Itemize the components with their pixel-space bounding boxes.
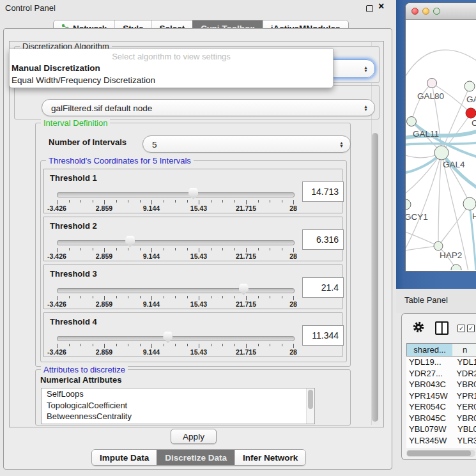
threshold-value-field[interactable]: 14.713 — [302, 181, 344, 202]
threshold-box: Threshold 3 -3.4262.8599.14415.4321.7152… — [43, 265, 342, 309]
slider-tick — [293, 296, 294, 300]
slider-tick — [116, 248, 117, 250]
attribute-list-item[interactable]: TopologicalCoefficient — [42, 400, 314, 411]
close-icon[interactable]: × — [378, 1, 384, 12]
list-scrollbar-thumb[interactable] — [308, 390, 313, 409]
close-traffic-light-icon[interactable] — [411, 8, 418, 15]
network-edge[interactable] — [438, 153, 441, 246]
split-columns-icon[interactable] — [435, 321, 449, 335]
algorithm-dropdown-popup: Select algorithm to view settings Manual… — [9, 49, 334, 88]
slider-thumb[interactable] — [163, 332, 173, 343]
table-row[interactable]: YBR043CYBR0 — [406, 379, 476, 390]
threshold-label: Threshold 1 — [50, 173, 97, 183]
slider-tick — [57, 248, 58, 252]
network-node-GCY1[interactable] — [406, 199, 411, 210]
number-of-intervals-combobox[interactable]: 5 ▲▼ — [142, 135, 351, 153]
select-rows-icon[interactable]: ✓ — [467, 325, 475, 332]
table-row[interactable]: YBL079WYBL0 — [406, 424, 476, 435]
cell-name: YBR0 — [452, 413, 476, 423]
network-edge-highlighted[interactable] — [441, 153, 476, 188]
threshold-label: Threshold 2 — [50, 221, 97, 231]
threshold-slider[interactable]: -3.4262.8599.14415.4321.71528 — [52, 282, 298, 309]
horizontal-scrollbar-thumb[interactable] — [407, 450, 471, 456]
table-row[interactable]: YIL053CYIL0 — [406, 446, 476, 448]
slider-tick — [104, 200, 105, 204]
float-window-icon[interactable] — [366, 5, 373, 12]
table-row[interactable]: YBR045CYBR0 — [406, 413, 476, 424]
table-row[interactable]: YPR145WYPR1 — [406, 390, 476, 402]
slider-tick — [246, 200, 247, 204]
network-node-GAL80[interactable] — [427, 79, 437, 88]
column-header-shared-name[interactable]: shared... — [406, 343, 453, 357]
threshold-slider[interactable]: -3.4262.8599.14415.4321.71528 — [52, 186, 298, 213]
network-edge[interactable] — [411, 83, 432, 121]
slider-tick — [151, 248, 152, 252]
tab-discretize-data[interactable]: Discretize Data — [157, 450, 234, 465]
list-scrollbar-track[interactable] — [306, 388, 314, 424]
attribute-list-item[interactable]: SelfLoops — [42, 388, 314, 400]
dropdown-option[interactable]: Manual Discretization — [10, 63, 333, 75]
network-edge[interactable] — [438, 204, 470, 246]
slider-track[interactable] — [57, 288, 295, 293]
number-of-intervals-label: Number of Intervals — [49, 137, 127, 147]
cell-name: YIL0 — [454, 447, 476, 448]
slider-track[interactable] — [57, 336, 295, 341]
apply-button[interactable]: Apply — [171, 429, 217, 444]
threshold-slider[interactable]: -3.4262.8599.14415.4321.71528 — [52, 234, 298, 261]
slider-tick — [140, 344, 141, 346]
threshold-value-field[interactable]: 11.344 — [302, 325, 344, 346]
slider-thumb[interactable] — [125, 236, 135, 247]
numerical-attributes-list[interactable]: SelfLoopsTopologicalCoefficientBetweenne… — [41, 388, 315, 424]
slider-tick — [69, 296, 70, 298]
horizontal-scrollbar-track[interactable] — [406, 450, 475, 457]
interval-definition-group: Interval Definition Number of Intervals … — [35, 123, 351, 367]
network-node-HAP2[interactable] — [434, 242, 443, 250]
network-node-node-red[interactable] — [466, 108, 476, 118]
zoom-traffic-light-icon[interactable] — [433, 8, 440, 15]
network-node-node-right-mid[interactable] — [463, 197, 476, 210]
column-header-name[interactable]: n — [452, 343, 476, 357]
slider-tick — [175, 296, 176, 298]
slider-track[interactable] — [57, 240, 295, 245]
cell-name: YLR3 — [452, 436, 476, 445]
threshold-slider[interactable]: -3.4262.8599.14415.4321.71528 — [52, 330, 298, 357]
threshold-value-field[interactable]: 21.4 — [302, 277, 344, 298]
network-node-GAL11[interactable] — [407, 117, 417, 127]
window-titlebar[interactable] — [406, 3, 476, 20]
vertical-scrollbar-thumb[interactable] — [372, 133, 378, 422]
table-row[interactable]: YDR27...YDR2 — [406, 368, 476, 380]
slider-thumb[interactable] — [239, 284, 249, 295]
network-edge[interactable] — [406, 50, 476, 82]
slider-tick-label: 28 — [289, 252, 297, 260]
slider-tick — [270, 200, 270, 203]
network-edge[interactable] — [406, 246, 438, 251]
settings-gear-icon[interactable] — [412, 321, 425, 334]
table-row[interactable]: YDL19...YDL1 — [406, 357, 476, 368]
cell-shared-name: YER054C — [406, 402, 452, 411]
slider-thumb[interactable] — [188, 188, 198, 199]
table-row[interactable]: YER054CYER0 — [406, 401, 476, 413]
network-node-node-top-right[interactable] — [464, 81, 475, 91]
tab-infer-network[interactable]: Infer Network — [234, 450, 305, 465]
threshold-label: Threshold 3 — [50, 269, 97, 279]
select-columns-icon[interactable]: ✓ — [457, 325, 465, 332]
network-graph[interactable]: GAL80GACGAL11GAL4GCY1HHAP2 — [406, 20, 476, 270]
network-edge-highlighted[interactable] — [406, 142, 476, 145]
tab-impute-data[interactable]: Impute Data — [92, 450, 157, 465]
dropdown-option[interactable]: Equal Width/Frequency Discretization — [10, 75, 333, 87]
threshold-value-field[interactable]: 6.316 — [302, 229, 344, 250]
slider-tick — [293, 248, 294, 252]
network-canvas[interactable]: GAL80GACGAL11GAL4GCY1HHAP2 — [406, 20, 476, 270]
attribute-list-item[interactable]: BetweennessCentrality — [42, 411, 314, 422]
minimize-traffic-light-icon[interactable] — [422, 8, 429, 15]
dropdown-placeholder-item[interactable]: Select algorithm to view settings — [10, 52, 333, 63]
network-node-GAL4[interactable] — [434, 146, 449, 160]
network-node-node-bottom[interactable] — [451, 265, 461, 270]
table-data-combobox[interactable]: galFiltered.sif default node ▲▼ — [42, 99, 375, 116]
cell-name: YBL0 — [452, 424, 476, 434]
slider-tick-label: 2.859 — [96, 300, 112, 308]
slider-track[interactable] — [57, 192, 295, 197]
slider-tick-label: 2.859 — [96, 204, 112, 212]
slider-tick-label: 2.859 — [96, 252, 112, 260]
table-row[interactable]: YLR345WYLR3 — [406, 435, 476, 447]
